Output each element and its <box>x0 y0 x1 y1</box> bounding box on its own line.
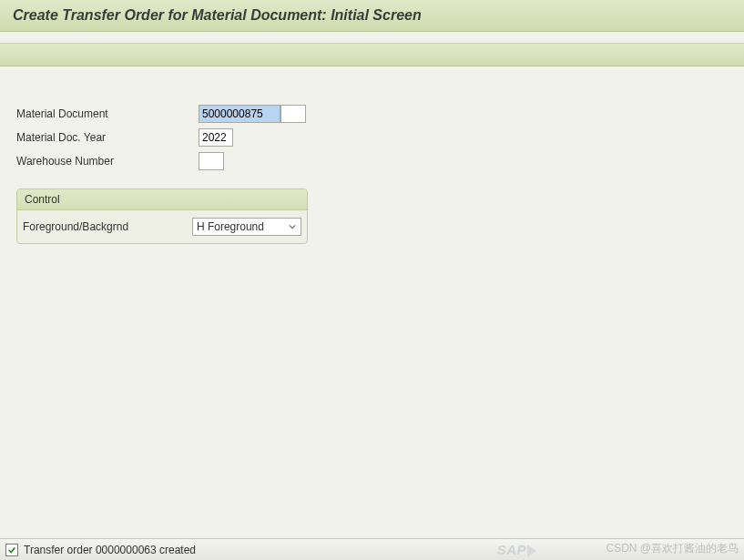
field-material-document: Material Document <box>16 103 728 125</box>
sap-logo: SAP <box>497 542 536 557</box>
page-title: Create Transfer Order for Material Docum… <box>13 7 731 24</box>
control-group: Control Foreground/Backgrnd H Foreground <box>16 188 308 244</box>
material-document-label: Material Document <box>16 107 199 120</box>
material-doc-year-label: Material Doc. Year <box>16 131 199 144</box>
application-toolbar <box>0 43 744 66</box>
control-group-body: Foreground/Backgrnd H Foreground <box>17 210 307 243</box>
form-area: Material Document Material Doc. Year War… <box>0 66 744 253</box>
watermark: CSDN @喜欢打酱油的老鸟 <box>606 541 739 556</box>
field-foreground-background: Foreground/Backgrnd H Foreground <box>23 216 301 238</box>
field-warehouse-number: Warehouse Number <box>16 150 728 172</box>
control-group-title: Control <box>17 189 307 210</box>
status-message: Transfer order 0000000063 created <box>24 544 196 556</box>
warehouse-number-input[interactable] <box>199 152 224 170</box>
material-doc-year-input[interactable] <box>199 128 233 147</box>
foreground-background-select[interactable]: H Foreground <box>192 218 301 236</box>
material-document-item-input[interactable] <box>280 105 306 123</box>
material-document-input[interactable] <box>199 105 280 123</box>
chevron-down-icon <box>286 219 299 234</box>
status-success-icon <box>5 544 18 556</box>
foreground-background-label: Foreground/Backgrnd <box>23 220 192 233</box>
warehouse-number-label: Warehouse Number <box>16 155 199 168</box>
foreground-background-value: H Foreground <box>197 220 264 233</box>
title-bar: Create Transfer Order for Material Docum… <box>0 0 744 32</box>
field-material-doc-year: Material Doc. Year <box>16 127 728 148</box>
